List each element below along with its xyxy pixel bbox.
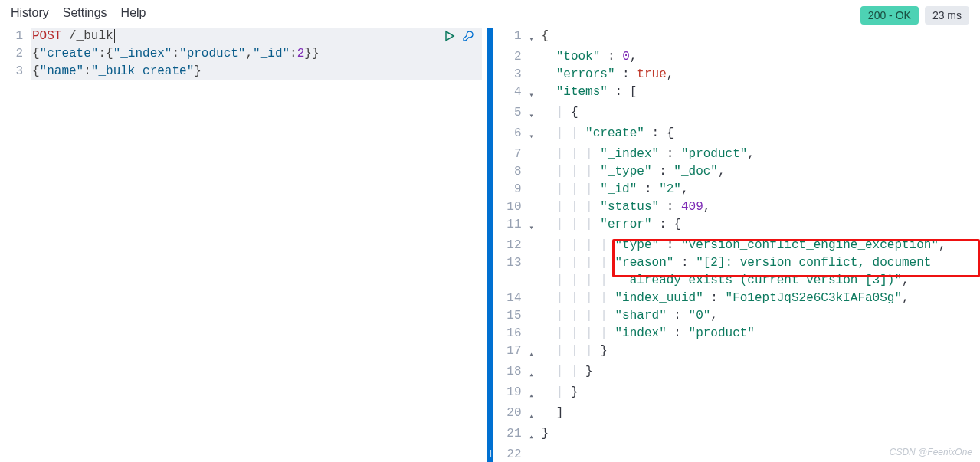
status-area: 200 - OK 23 ms <box>860 6 969 25</box>
resp-line: | | | | already exists (current version … <box>540 272 981 290</box>
resp-line: { <box>540 28 981 48</box>
menu-history[interactable]: History <box>11 6 49 20</box>
resp-line: | | | } <box>540 342 981 363</box>
timing-badge: 23 ms <box>925 6 969 25</box>
resp-line: | | | "_id" : "2", <box>540 181 981 198</box>
resp-line: "errors" : true, <box>540 66 981 84</box>
line-number: 21 <box>499 425 529 446</box>
line-number: 5 <box>499 104 529 125</box>
watermark: CSDN @FeenixOne <box>890 447 972 457</box>
line-number: 6 <box>499 125 529 146</box>
resp-line: "took" : 0, <box>540 48 981 66</box>
resp-line: ] <box>540 405 981 425</box>
line-number: 8 <box>499 163 529 181</box>
response-viewer[interactable]: 1▾{ 2 "took" : 0, 3 "errors" : true, 4▾ … <box>499 28 981 459</box>
code-line[interactable]: {"create":{"_index":"product","_id":2}} <box>31 45 482 63</box>
request-editor[interactable]: 1POST /_bulk 2{"create":{"_index":"produ… <box>0 28 482 459</box>
menu-settings[interactable]: Settings <box>63 6 107 20</box>
resp-line: | | | | "shard" : "0", <box>540 307 981 325</box>
line-number: 14 <box>499 290 529 307</box>
resp-line: | | | "status" : 409, <box>540 198 981 216</box>
code-line[interactable]: POST /_bulk <box>31 28 482 45</box>
line-number: 18 <box>499 363 529 384</box>
line-number: 15 <box>499 307 529 325</box>
line-number: 22 <box>499 446 529 459</box>
resp-line: "items" : [ <box>540 84 981 104</box>
line-number: 9 <box>499 181 529 198</box>
resp-line: | { <box>540 104 981 125</box>
resp-line: | } <box>540 384 981 405</box>
status-badge: 200 - OK <box>860 6 919 25</box>
resp-line: } <box>540 425 981 446</box>
line-number: 13 <box>499 254 529 272</box>
resp-line: | | | "error" : { <box>540 216 981 237</box>
resp-line: | | | | "type" : "version_conflict_engin… <box>540 237 981 254</box>
line-number: 4 <box>499 84 529 104</box>
line-number: 11 <box>499 216 529 237</box>
code-line[interactable]: {"name":"_bulk create"} <box>31 63 482 80</box>
line-number: 1 <box>0 28 31 45</box>
line-number: 10 <box>499 198 529 216</box>
line-number: 19 <box>499 384 529 405</box>
menu-bar: History Settings Help <box>0 0 980 28</box>
resp-line: | | | | "index_uuid" : "Fo1eptJqS2e6C3kI… <box>540 290 981 307</box>
line-number: 2 <box>499 48 529 66</box>
line-number: 17 <box>499 342 529 363</box>
line-number: 16 <box>499 325 529 342</box>
resp-line: | | | "_index" : "product", <box>540 146 981 163</box>
line-number: 2 <box>0 45 31 63</box>
resp-line: | | | | "index" : "product" <box>540 325 981 342</box>
resp-line: | | "create" : { <box>540 125 981 146</box>
wrench-icon[interactable] <box>462 30 474 48</box>
splitter-handle-icon[interactable] <box>487 441 493 462</box>
line-number: 3 <box>499 66 529 84</box>
line-number: 7 <box>499 146 529 163</box>
run-icon[interactable] <box>444 30 456 48</box>
line-number: 12 <box>499 237 529 254</box>
menu-help[interactable]: Help <box>121 6 146 20</box>
line-number <box>499 272 529 290</box>
pane-splitter[interactable] <box>482 28 499 459</box>
line-number: 3 <box>0 63 31 80</box>
line-number: 1 <box>499 28 529 48</box>
resp-line: | | | "_type" : "_doc", <box>540 163 981 181</box>
resp-line: | | | | "reason" : "[2]: version conflic… <box>540 254 981 272</box>
resp-line: | | } <box>540 363 981 384</box>
line-number: 20 <box>499 405 529 425</box>
